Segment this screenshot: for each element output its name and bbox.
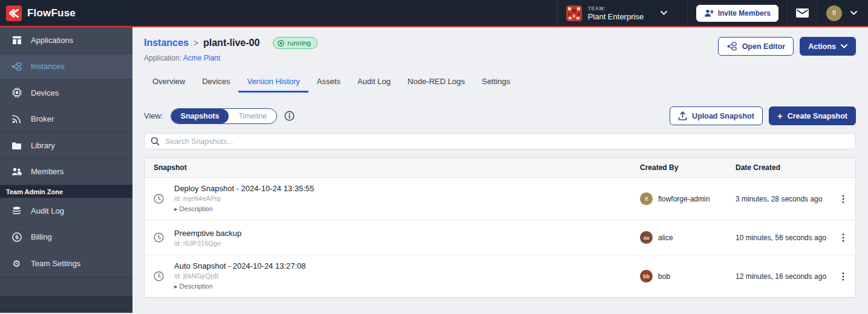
search-input[interactable]: [165, 137, 849, 146]
tab-audit-log[interactable]: Audit Log: [349, 71, 399, 93]
plus-icon: +: [777, 113, 783, 119]
instance-tabs: Overview Devices Version History Assets …: [144, 71, 856, 93]
sidebar-item-devices[interactable]: Devices: [0, 80, 132, 106]
breadcrumb: Instances > plant-live-00 running: [144, 37, 318, 49]
sidebar-item-team-settings[interactable]: ⚙ Team Settings: [0, 250, 132, 277]
kebab-menu-icon[interactable]: ⋮: [831, 233, 855, 243]
upload-snapshot-button[interactable]: Upload Snapshot: [670, 106, 763, 125]
chevron-down-icon: [661, 11, 667, 15]
open-editor-button[interactable]: Open Editor: [718, 37, 794, 56]
notifications-button[interactable]: [787, 0, 817, 27]
create-snapshot-label: Create Snapshot: [788, 112, 847, 120]
column-header-created-by: Created By: [640, 158, 736, 177]
svg-text:$: $: [15, 234, 19, 240]
application-label: Application:: [144, 54, 181, 62]
tab-node-red-logs[interactable]: Node-RED Logs: [399, 71, 474, 93]
sidebar-item-library[interactable]: Library: [0, 132, 132, 159]
kebab-menu-icon[interactable]: ⋮: [831, 194, 855, 204]
application-link[interactable]: Acme Plant: [183, 54, 220, 62]
clock-icon: [154, 271, 164, 281]
sidebar-footer: [0, 296, 132, 313]
sidebar-item-instances[interactable]: Instances: [0, 54, 132, 80]
created-by-name: flowforge-admin: [658, 195, 710, 203]
view-option-snapshots[interactable]: Snapshots: [171, 109, 229, 123]
sidebar-item-label: Team Settings: [31, 259, 80, 268]
status-label: running: [287, 39, 310, 47]
tab-assets[interactable]: Assets: [308, 71, 349, 93]
sidebar-item-applications[interactable]: Applications: [0, 27, 132, 54]
create-snapshot-button[interactable]: + Create Snapshot: [769, 106, 856, 125]
invite-members-button[interactable]: Invite Members: [696, 5, 778, 22]
invite-members-label: Invite Members: [718, 9, 771, 18]
view-option-timeline[interactable]: Timeline: [229, 109, 276, 123]
table-row: Preemptive backup id: r63P316Qge aa alic…: [145, 220, 855, 255]
gear-icon: ⚙: [11, 259, 22, 268]
info-icon[interactable]: [284, 111, 295, 121]
brand-name: FlowFuse: [27, 7, 76, 19]
sidebar-item-billing[interactable]: $ Billing: [0, 224, 132, 251]
snapshot-title: Preemptive backup: [174, 229, 241, 238]
sidebar-item-broker[interactable]: Broker: [0, 106, 132, 133]
avatar: fl: [640, 192, 653, 205]
tab-devices[interactable]: Devices: [194, 71, 238, 93]
invite-members-section: Invite Members: [687, 0, 787, 27]
snapshot-title: Auto Snapshot - 2024-10-24 13:27:08: [174, 261, 306, 270]
main-content: Instances > plant-live-00 running Applic…: [132, 27, 868, 313]
snapshot-id: id: j6kNGjrQpB: [174, 272, 306, 280]
sidebar-item-audit-log[interactable]: Audit Log: [0, 198, 132, 224]
flowfuse-logo-icon: [6, 5, 22, 21]
editor-icon: [726, 42, 737, 51]
avatar: bb: [640, 270, 653, 283]
search-bar: [144, 133, 856, 149]
upload-snapshot-label: Upload Snapshot: [692, 112, 754, 120]
breadcrumb-separator: >: [194, 38, 198, 48]
clock-icon: [154, 232, 164, 243]
sidebar-item-members[interactable]: Members: [0, 159, 132, 186]
sidebar: Applications Instances Devices Broker Li…: [0, 27, 132, 313]
user-avatar: fl: [826, 5, 842, 21]
table-row: Auto Snapshot - 2024-10-24 13:27:08 id: …: [145, 255, 855, 297]
tab-version-history[interactable]: Version History: [238, 71, 308, 93]
instances-icon: [11, 62, 22, 71]
table-row: Deploy Snapshot - 2024-10-24 13:35:55 id…: [145, 178, 855, 220]
sidebar-item-label: Audit Log: [31, 206, 64, 215]
team-name: Plant Enterprise: [588, 12, 644, 21]
sidebar-item-label: Instances: [31, 62, 65, 71]
sidebar-item-label: Broker: [31, 114, 54, 123]
tab-overview[interactable]: Overview: [144, 71, 194, 93]
description-toggle[interactable]: Description: [174, 205, 213, 213]
team-admin-zone-header: Team Admin Zone: [0, 185, 132, 198]
view-toggle: Snapshots Timeline: [171, 108, 278, 124]
upload-icon: [678, 111, 687, 120]
status-badge: running: [273, 37, 317, 49]
avatar: aa: [640, 231, 653, 244]
user-plus-icon: [704, 9, 714, 17]
breadcrumb-instances-link[interactable]: Instances: [144, 38, 189, 48]
kebab-menu-icon[interactable]: ⋮: [831, 272, 855, 281]
team-label: TEAM:: [588, 5, 644, 11]
sidebar-item-label: Applications: [31, 36, 73, 45]
column-header-snapshot: Snapshot: [145, 158, 640, 177]
team-selector[interactable]: TEAM: Plant Enterprise: [557, 0, 687, 27]
snapshot-id: id: r63P316Qge: [174, 240, 241, 247]
flowfuse-logo[interactable]: FlowFuse: [6, 5, 76, 21]
sidebar-filler: [0, 277, 132, 296]
dollar-circle-icon: $: [11, 232, 22, 242]
tab-settings[interactable]: Settings: [473, 71, 518, 93]
folder-icon: [11, 142, 22, 149]
chevron-down-icon: [841, 44, 847, 48]
chevron-down-icon: [850, 11, 857, 15]
description-toggle[interactable]: Description: [174, 283, 213, 290]
table-header: Snapshot Created By Date Created: [145, 158, 855, 178]
sidebar-item-label: Billing: [31, 232, 52, 241]
view-label: View:: [144, 111, 163, 120]
users-icon: [11, 168, 22, 175]
open-editor-label: Open Editor: [742, 42, 786, 51]
user-menu[interactable]: fl: [817, 0, 868, 27]
snapshot-id: id: mjeN4eAPrp: [174, 195, 314, 202]
created-by-name: alice: [658, 234, 673, 242]
actions-button[interactable]: Actions: [800, 37, 856, 56]
user-avatar-initials: fl: [832, 10, 836, 16]
created-by-name: bob: [658, 272, 670, 281]
page-title: plant-live-00: [203, 38, 259, 48]
